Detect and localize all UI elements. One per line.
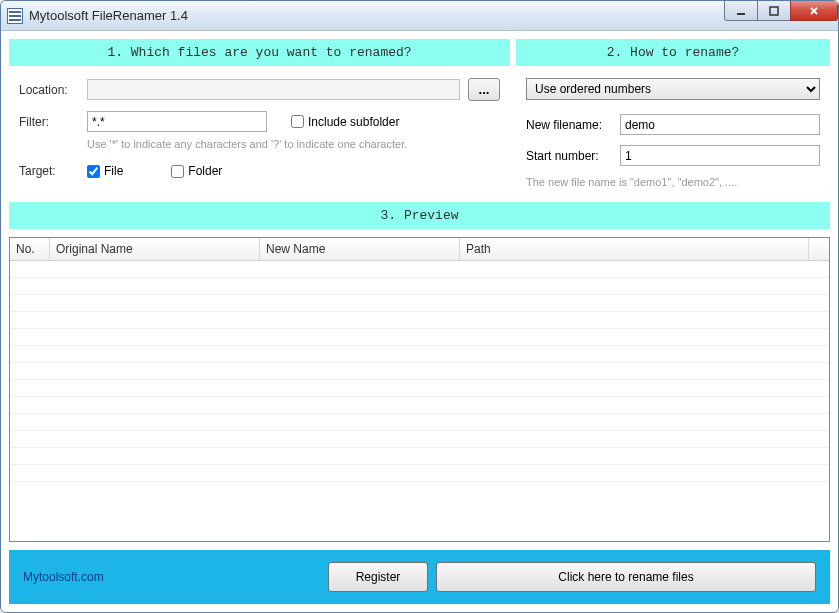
maximize-icon (768, 6, 780, 16)
preview-section: 3. Preview No. Original Name New Name Pa… (9, 202, 830, 542)
table-row (10, 346, 829, 363)
start-number-row: Start number: (526, 145, 820, 166)
target-folder-input[interactable] (171, 165, 184, 178)
table-body (10, 261, 829, 541)
panel-which-files: 1. Which files are you want to renamed? … (9, 39, 510, 196)
filter-hint: Use '*' to indicate any characters and '… (87, 138, 500, 150)
col-end (809, 238, 829, 260)
minimize-button[interactable] (724, 1, 758, 21)
section2-body: Use ordered numbers New filename: Start … (516, 66, 830, 196)
col-original[interactable]: Original Name (50, 238, 260, 260)
filter-row: Filter: Include subfolder (19, 111, 500, 132)
table-row (10, 363, 829, 380)
close-button[interactable] (790, 1, 838, 21)
rename-method-select[interactable]: Use ordered numbers (526, 78, 820, 100)
location-input[interactable] (87, 79, 460, 100)
col-new[interactable]: New Name (260, 238, 460, 260)
target-file-input[interactable] (87, 165, 100, 178)
window-title: Mytoolsoft FileRenamer 1.4 (29, 8, 188, 23)
table-row (10, 295, 829, 312)
browse-button[interactable]: ... (468, 78, 500, 101)
maximize-button[interactable] (757, 1, 791, 21)
table-row (10, 312, 829, 329)
start-number-input[interactable] (620, 145, 820, 166)
app-icon (7, 8, 23, 24)
table-row (10, 448, 829, 465)
include-subfolder-label: Include subfolder (308, 115, 399, 129)
website-link[interactable]: Mytoolsoft.com (23, 570, 104, 584)
new-filename-input[interactable] (620, 114, 820, 135)
target-folder-checkbox[interactable]: Folder (171, 164, 222, 178)
svg-rect-0 (737, 13, 745, 15)
panel-how-rename: 2. How to rename? Use ordered numbers Ne… (516, 39, 830, 196)
section1-body: Location: ... Filter: Include subfolder … (9, 66, 510, 190)
app-window: Mytoolsoft FileRenamer 1.4 1. Which file… (0, 0, 839, 613)
preview-header: 3. Preview (9, 202, 830, 229)
filter-label: Filter: (19, 115, 79, 129)
new-filename-row: New filename: (526, 114, 820, 135)
col-path[interactable]: Path (460, 238, 809, 260)
preview-table: No. Original Name New Name Path (9, 237, 830, 542)
client-area: 1. Which files are you want to renamed? … (1, 31, 838, 612)
table-row (10, 329, 829, 346)
table-row (10, 414, 829, 431)
table-row (10, 431, 829, 448)
table-row (10, 278, 829, 295)
target-row: Target: File Folder (19, 164, 500, 178)
rename-hint: The new file name is "demo1", "demo2", .… (526, 176, 820, 188)
section2-header: 2. How to rename? (516, 39, 830, 66)
svg-rect-1 (770, 7, 778, 15)
table-row (10, 261, 829, 278)
minimize-icon (735, 6, 747, 16)
table-row (10, 465, 829, 482)
include-subfolder-input[interactable] (291, 115, 304, 128)
titlebar: Mytoolsoft FileRenamer 1.4 (1, 1, 838, 31)
rename-button[interactable]: Click here to rename files (436, 562, 816, 592)
location-row: Location: ... (19, 78, 500, 101)
include-subfolder-checkbox[interactable]: Include subfolder (291, 115, 399, 129)
table-row (10, 397, 829, 414)
table-header: No. Original Name New Name Path (10, 238, 829, 261)
col-no[interactable]: No. (10, 238, 50, 260)
target-folder-label: Folder (188, 164, 222, 178)
close-icon (808, 6, 820, 16)
section1-header: 1. Which files are you want to renamed? (9, 39, 510, 66)
location-label: Location: (19, 83, 79, 97)
table-row (10, 380, 829, 397)
window-controls (725, 1, 838, 21)
start-number-label: Start number: (526, 149, 612, 163)
top-panels: 1. Which files are you want to renamed? … (9, 39, 830, 196)
register-button[interactable]: Register (328, 562, 428, 592)
footer: Mytoolsoft.com Register Click here to re… (9, 550, 830, 604)
new-filename-label: New filename: (526, 118, 612, 132)
target-label: Target: (19, 164, 79, 178)
target-file-label: File (104, 164, 123, 178)
filter-input[interactable] (87, 111, 267, 132)
target-file-checkbox[interactable]: File (87, 164, 123, 178)
